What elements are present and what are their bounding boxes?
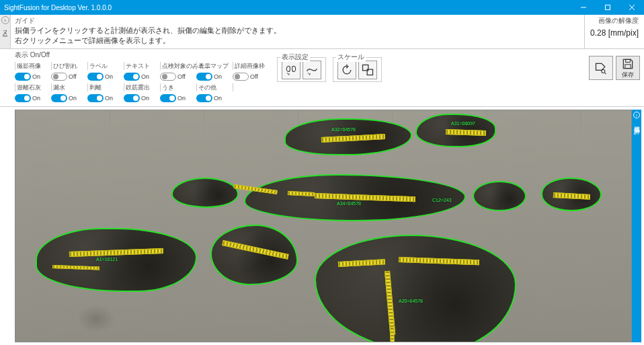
annotation-label: A32=04578 (331, 127, 356, 132)
annotation-label: A31=08097 (451, 121, 475, 126)
annotation-label: C12=243 (432, 198, 452, 202)
toggle-2-a[interactable]: On (87, 71, 122, 82)
toggle-label (233, 83, 268, 91)
left-collapsed-panel[interactable]: › ヌー (0, 15, 11, 48)
resolution-value: 0.28 [mm/pix] (590, 28, 639, 38)
toggle-label: 鉄筋露出 (124, 83, 159, 91)
visibility-toggles: 表示 On/Off 撮影画像On遊離石灰Onひび割れOff漏水OnラベルOn剥離… (15, 50, 268, 104)
guide-line1: 損傷ラインをクリックすると計測値が表示され、損傷の編集と削除ができます。 (15, 26, 580, 36)
toggle-label: 撮影画像 (15, 62, 50, 70)
toggle-label: うき (160, 83, 195, 91)
toggle-state: On (105, 95, 113, 102)
toggle-state: Off (177, 73, 186, 80)
toggle-1-b[interactable]: On (51, 93, 86, 104)
resolution-label: 画像の解像度 (590, 16, 639, 26)
tag-settings-button[interactable] (589, 56, 613, 80)
toggle-state: On (141, 95, 149, 102)
right-collapsed-panel[interactable]: ‹ 損傷集計 (632, 110, 641, 342)
toggle-2-b[interactable]: On (87, 93, 122, 104)
toggle-label: 剥離 (87, 83, 122, 91)
damage-region[interactable] (473, 181, 526, 211)
title-bar: SightFusion for Desktop Ver. 1.0.0.0 (0, 0, 644, 15)
curve-tool-button[interactable] (303, 61, 321, 79)
toggle-state: On (177, 95, 186, 102)
close-button[interactable] (620, 0, 644, 15)
toggle-label: 遊離石灰 (15, 83, 50, 91)
toggle-label: 漏水 (51, 83, 86, 91)
annotation-label: A20=64578 (399, 299, 423, 303)
toggle-4-a[interactable]: Off (160, 71, 195, 82)
guide-line2: 右クリックメニューで詳細画像を表示します。 (15, 36, 580, 46)
display-settings-label: 表示設定 (280, 52, 310, 62)
save-label: 保存 (622, 71, 634, 79)
annotation-label: A34=04578 (337, 201, 361, 206)
toggle-1-a[interactable]: Off (51, 71, 86, 82)
toggle-state: On (32, 95, 40, 102)
guide-panel: ガイド 損傷ラインをクリックすると計測値が表示され、損傷の編集と削除ができます。… (11, 15, 584, 48)
svg-rect-1 (606, 5, 610, 10)
toggle-label: ひび割れ (51, 62, 86, 70)
brain-tool-button[interactable] (282, 61, 300, 79)
annotation-label: A1=16121 (96, 257, 118, 262)
toggle-3-b[interactable]: On (124, 93, 159, 104)
scale-group: スケール (333, 57, 382, 82)
toggle-label: 点検対象のみ表示 (160, 62, 195, 70)
toggle-state: On (214, 73, 222, 80)
toggle-label: 詳細画像枠 (233, 62, 268, 70)
toggle-0-b[interactable]: On (15, 93, 50, 104)
toggle-5-b[interactable]: On (196, 93, 231, 104)
reset-view-button[interactable] (337, 61, 356, 79)
resolution-panel: 画像の解像度 0.28 [mm/pix] (584, 15, 644, 48)
svg-point-6 (602, 70, 605, 73)
right-panel-label: 損傷集計 (633, 121, 641, 124)
maximize-button[interactable] (596, 0, 620, 15)
toggle-state: Off (69, 73, 77, 80)
toggle-label: テキスト (124, 62, 159, 70)
svg-rect-8 (625, 64, 631, 68)
toggle-state: On (141, 73, 149, 80)
toggle-5-a[interactable]: On (196, 71, 231, 82)
toggle-header: 表示 On/Off (15, 50, 268, 60)
damage-region[interactable] (171, 178, 239, 208)
display-settings-group: 表示設定 (277, 57, 326, 82)
app-title: SightFusion for Desktop Ver. 1.0.0.0 (4, 4, 112, 11)
fit-view-button[interactable] (358, 61, 377, 79)
toggle-state: On (105, 73, 113, 80)
toggle-state: On (214, 95, 222, 102)
toggle-3-a[interactable]: On (124, 71, 159, 82)
save-button[interactable]: 保存 (616, 56, 640, 80)
scale-label: スケール (336, 52, 366, 62)
toggle-4-b[interactable]: On (160, 93, 195, 104)
minimize-button[interactable] (571, 0, 596, 15)
toggle-state: On (32, 73, 40, 80)
svg-rect-7 (626, 59, 631, 62)
guide-title: ガイド (15, 16, 580, 26)
damage-region[interactable] (315, 235, 516, 342)
toggle-6-a[interactable]: Off (233, 71, 268, 82)
collapse-right-icon[interactable]: ‹ (633, 112, 640, 118)
toggle-state: On (69, 95, 77, 102)
toggle-label: ミニマップ (196, 62, 231, 70)
toggle-state: Off (250, 73, 258, 80)
toggle-label: ラベル (87, 62, 122, 70)
image-canvas[interactable]: A32=04578 A31=08097 A34=04578 C12=243 A1… (15, 110, 632, 342)
toggle-label: その他 (196, 83, 231, 91)
toggle-0-a[interactable]: On (15, 71, 50, 82)
expand-left-icon[interactable]: › (1, 16, 9, 24)
left-panel-label: ヌー (1, 26, 9, 34)
